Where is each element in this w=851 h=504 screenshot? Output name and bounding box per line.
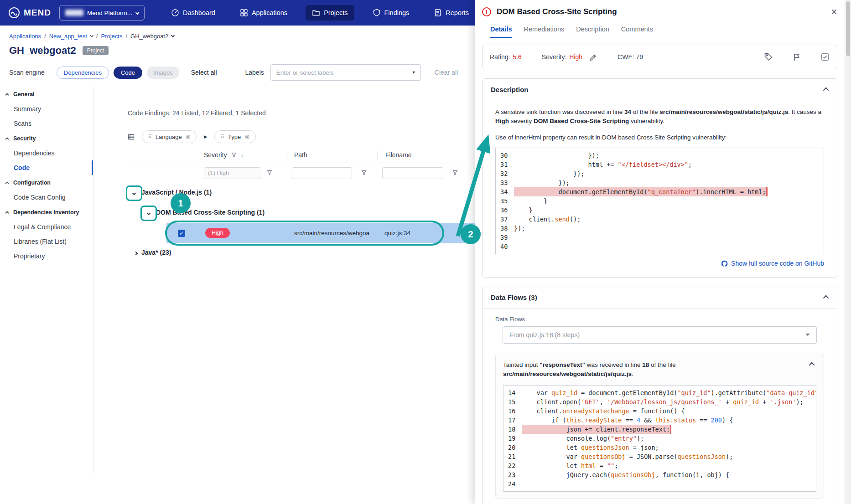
- collapse-section-icon[interactable]: [823, 87, 829, 93]
- table-filter-row: (1) High: [128, 163, 475, 183]
- sidebar-item-dependencies[interactable]: Dependencies: [0, 146, 93, 160]
- sidebar-item-code[interactable]: Code: [0, 160, 93, 175]
- nav-item-dashboard[interactable]: Dashboard: [165, 5, 222, 21]
- sidebar-section-configuration[interactable]: Configuration: [0, 175, 93, 190]
- github-source-link[interactable]: Show full source code on GitHub: [721, 260, 824, 267]
- column-header-severity[interactable]: Severity ↓: [204, 151, 244, 159]
- chevron-down-icon: [132, 191, 136, 195]
- severity-filter-value[interactable]: (1) High: [204, 167, 261, 179]
- row-checkbox[interactable]: ✓: [178, 230, 185, 237]
- groupby-chip-type[interactable]: ⠿ Type ⊗: [214, 130, 256, 143]
- group-row-dom-xss: DOM Based Cross-Site Scripting (1): [128, 203, 475, 223]
- collapse-group-button[interactable]: [143, 208, 154, 219]
- mend-logo-icon: [8, 7, 20, 19]
- sidebar-section-security[interactable]: Security: [0, 131, 93, 146]
- scan-engine-code-toggle[interactable]: Code: [114, 67, 142, 79]
- page-scrollbar[interactable]: [845, 0, 851, 504]
- sidebar-item-proprietary[interactable]: Proprietary: [0, 249, 93, 263]
- nav-item-findings[interactable]: Findings: [366, 5, 416, 21]
- chevron-up-icon: [5, 211, 9, 215]
- tab-remediations[interactable]: Remediations: [524, 26, 565, 38]
- chip-label: Type: [228, 134, 241, 140]
- tab-comments[interactable]: Comments: [621, 26, 653, 38]
- collapse-section-icon[interactable]: [823, 295, 829, 301]
- org-selector-dropdown[interactable]: Mend Platform...: [59, 5, 145, 21]
- path-filter-input[interactable]: [292, 167, 352, 179]
- sidebar-item-code-scan-config[interactable]: Code Scan Config: [0, 190, 93, 205]
- dropdown-caret-icon[interactable]: ▼: [412, 70, 416, 75]
- filter-funnel-icon[interactable]: [267, 170, 272, 175]
- breadcrumb-current: GH_webgoat2: [130, 33, 168, 40]
- chevron-right-icon: [134, 252, 138, 255]
- breadcrumb-link-applications[interactable]: Applications: [9, 33, 41, 40]
- finding-meta-bar: Rating: 5.6 Severity: High CWE: 79: [482, 45, 837, 69]
- data-flows-card: Data Flows (3) Data Flows From quiz.js:1…: [482, 287, 837, 504]
- remove-chip-icon[interactable]: ⊗: [244, 133, 250, 140]
- table-settings-icon[interactable]: [128, 134, 135, 140]
- nav-item-reports[interactable]: Reports: [427, 5, 475, 21]
- tag-icon[interactable]: [764, 52, 773, 62]
- page-scrollbar-thumb[interactable]: [846, 1, 850, 56]
- nav-item-label: Findings: [384, 9, 410, 16]
- column-header-filename[interactable]: Filename: [385, 151, 412, 159]
- data-flow-select[interactable]: From quiz.js:18 (8 steps): [503, 326, 817, 344]
- sidebar-item-legal-compliance[interactable]: Legal & Compliance: [0, 220, 93, 234]
- group-label: JavaScript / Node.js (1): [141, 189, 212, 196]
- meta-action-icons: [764, 52, 830, 62]
- filter-funnel-icon[interactable]: [452, 170, 458, 175]
- breadcrumb-link-projects[interactable]: Projects: [101, 33, 122, 40]
- edit-severity-icon[interactable]: [589, 53, 597, 62]
- sidebar-item-summary[interactable]: Summary: [0, 102, 93, 116]
- chip-label: Language: [156, 134, 182, 140]
- chevron-down-icon[interactable]: [171, 33, 175, 37]
- scan-engine-dependencies-toggle[interactable]: Dependencies: [57, 67, 109, 79]
- scan-engine-label: Scan engine: [9, 69, 45, 76]
- tab-details[interactable]: Details: [490, 26, 512, 38]
- sidebar-item-libraries-flat-list[interactable]: Libraries (Flat List): [0, 234, 93, 249]
- description-card: Description A sensitive sink function wa…: [482, 78, 837, 278]
- flag-icon[interactable]: [792, 52, 801, 62]
- groupby-chip-language[interactable]: ⠿ Language ⊗: [142, 130, 197, 143]
- labels-input[interactable]: [270, 64, 421, 81]
- breadcrumb: Applications / New_app_test / Projects /…: [0, 26, 475, 40]
- finding-row-quizjs[interactable]: ✓ High src/main/resources/webgoa quiz.js…: [128, 223, 475, 243]
- dashboard-icon: [171, 9, 179, 17]
- nav-item-projects[interactable]: Projects: [306, 5, 354, 21]
- clear-all-link[interactable]: Clear all: [435, 69, 458, 76]
- sidebar-section-general[interactable]: General: [0, 87, 93, 102]
- close-panel-button[interactable]: ✕: [831, 7, 837, 17]
- review-checkbox-icon[interactable]: [820, 52, 830, 62]
- column-label: Severity: [204, 151, 227, 159]
- reports-document-icon: [434, 9, 442, 17]
- column-label: Filename: [385, 151, 412, 159]
- chevron-down-icon[interactable]: [90, 33, 93, 37]
- select-all-link[interactable]: Select all: [191, 69, 217, 76]
- breadcrumb-separator: /: [96, 33, 98, 40]
- nav-item-applications[interactable]: Applications: [234, 5, 294, 21]
- description-title: Description: [491, 86, 529, 93]
- panel-tabs: Details Remediations Description Comment…: [475, 24, 845, 38]
- filename-filter-input[interactable]: [382, 167, 443, 179]
- nav-item-label: Projects: [324, 9, 348, 16]
- sort-descending-icon[interactable]: ↓: [241, 152, 244, 159]
- column-header-path[interactable]: Path: [294, 151, 307, 159]
- cwe-value: CWE: 79: [617, 53, 643, 61]
- main-page: Applications / New_app_test / Projects /…: [0, 26, 475, 504]
- mend-logo[interactable]: MEND: [8, 7, 51, 19]
- sidebar-section-dependencies-inventory[interactable]: Dependencies Inventory: [0, 205, 93, 220]
- breadcrumb-link-new-app-test[interactable]: New_app_test: [49, 33, 87, 40]
- filter-funnel-icon[interactable]: [361, 170, 367, 175]
- findings-content: Code Findings: 24 Listed, 12 Filtered, 1…: [93, 86, 475, 474]
- title-row: GH_webgoat2 Project: [0, 44, 475, 57]
- collapse-group-button[interactable]: [129, 188, 140, 199]
- tab-description[interactable]: Description: [576, 26, 609, 38]
- chevron-down-icon: [147, 211, 150, 215]
- sidebar-item-scans[interactable]: Scans: [0, 116, 93, 131]
- group-row-javascript: JavaScript / Node.js (1): [128, 183, 475, 203]
- expand-group-button[interactable]: [130, 248, 141, 259]
- scan-engine-images-toggle[interactable]: Images: [147, 67, 179, 79]
- remove-chip-icon[interactable]: ⊗: [186, 133, 191, 140]
- data-flows-label: Data Flows: [495, 316, 824, 323]
- org-selector-label: Mend Platform...: [87, 10, 132, 16]
- sidebar-section-title: Security: [13, 135, 36, 142]
